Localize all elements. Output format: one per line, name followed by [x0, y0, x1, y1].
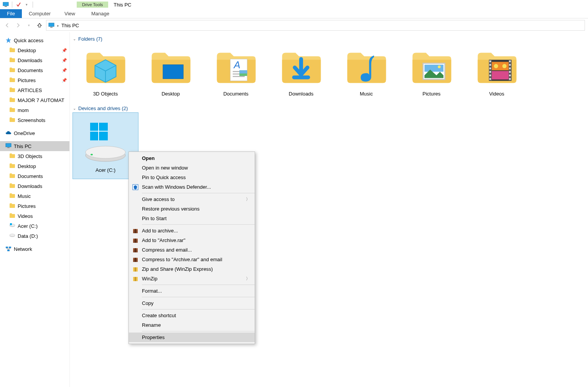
- sidebar-item-label: Desktop: [18, 163, 36, 169]
- winzip-icon: [132, 266, 139, 273]
- sidebar-label: Network: [14, 246, 32, 252]
- sidebar-this-pc[interactable]: This PC: [0, 141, 69, 151]
- svg-rect-63: [135, 239, 136, 243]
- context-menu-item[interactable]: Add to archive...: [129, 226, 255, 235]
- folder-icon: [9, 183, 15, 189]
- context-menu-item-label: Scan with Windows Defender...: [142, 184, 211, 190]
- context-menu-item[interactable]: Compress and email...: [129, 245, 255, 255]
- folder-label: Pictures: [423, 91, 441, 97]
- context-menu-item-label: Add to "Archive.rar": [142, 237, 185, 243]
- ribbon-tabs: File Computer View Manage: [0, 9, 588, 18]
- context-menu-item[interactable]: Copy: [129, 298, 255, 308]
- folder-tile[interactable]: Pictures: [399, 43, 464, 105]
- sidebar-network[interactable]: Network: [0, 244, 69, 254]
- sidebar-item[interactable]: Pictures: [0, 201, 69, 211]
- group-header-label: Folders (7): [78, 36, 102, 42]
- qat-dropdown-icon[interactable]: ▾: [23, 1, 30, 8]
- sidebar-item[interactable]: Music: [0, 191, 69, 201]
- forward-button[interactable]: [14, 21, 22, 30]
- breadcrumb-box[interactable]: ▸ This PC: [46, 20, 585, 31]
- folder-tile[interactable]: 3D Objects: [73, 43, 138, 105]
- tab-view[interactable]: View: [58, 9, 82, 18]
- sidebar-item[interactable]: Documents📌: [0, 65, 69, 75]
- svg-rect-28: [489, 60, 492, 81]
- sidebar-item[interactable]: Pictures📌: [0, 75, 69, 85]
- archive-icon: [132, 237, 139, 244]
- sidebar-item[interactable]: Downloads: [0, 181, 69, 191]
- sidebar-item[interactable]: Screenshots: [0, 115, 69, 125]
- svg-rect-25: [425, 65, 444, 72]
- svg-rect-66: [135, 248, 136, 252]
- context-menu-item-label: Pin to Quick access: [142, 175, 186, 180]
- context-menu-item[interactable]: WinZip〉: [129, 274, 255, 283]
- contextual-tab-group: Drive Tools This PC: [77, 0, 137, 9]
- sidebar-item[interactable]: 3D Objects: [0, 151, 69, 161]
- sidebar-onedrive[interactable]: OneDrive: [0, 128, 69, 138]
- sidebar-item[interactable]: mom: [0, 105, 69, 115]
- sidebar-item[interactable]: Documents: [0, 171, 69, 181]
- tab-computer[interactable]: Computer: [22, 9, 58, 18]
- properties-qat-icon[interactable]: [15, 1, 22, 8]
- group-header-folders[interactable]: ⌄ Folders (7): [73, 36, 585, 42]
- folder-tile[interactable]: ADocuments: [203, 43, 268, 105]
- sidebar-item[interactable]: Desktop📌: [0, 45, 69, 55]
- star-icon: [5, 37, 12, 43]
- svg-rect-50: [90, 132, 98, 140]
- svg-rect-13: [7, 250, 10, 251]
- sidebar-item[interactable]: Acer (C:): [0, 221, 69, 231]
- svg-point-10: [10, 234, 15, 236]
- svg-point-32: [494, 64, 498, 68]
- file-tab[interactable]: File: [0, 9, 22, 18]
- context-menu-item-label: WinZip: [142, 276, 157, 282]
- sidebar-quick-access[interactable]: Quick access: [0, 35, 69, 45]
- context-menu-item[interactable]: Restore previous versions: [129, 204, 255, 214]
- folder-icon: [277, 46, 326, 89]
- context-menu-item[interactable]: Create shortcut: [129, 311, 255, 320]
- context-menu-item[interactable]: Add to "Archive.rar": [129, 235, 255, 245]
- context-menu-item[interactable]: Pin to Quick access: [129, 173, 255, 182]
- sidebar-item[interactable]: ARTICLES: [0, 85, 69, 95]
- group-header-drives[interactable]: ⌄ Devices and drives (2): [73, 105, 585, 111]
- chevron-right-icon[interactable]: ▸: [56, 23, 60, 28]
- context-menu-item[interactable]: Give access to〉: [129, 194, 255, 204]
- breadcrumb-this-pc[interactable]: This PC: [61, 23, 79, 28]
- sidebar-item[interactable]: Data (D:): [0, 231, 69, 241]
- sidebar-item[interactable]: MAJOR 7 AUTOMAT: [0, 95, 69, 105]
- folder-label: Downloads: [289, 91, 313, 97]
- sidebar-item[interactable]: Videos: [0, 211, 69, 221]
- sidebar-item[interactable]: Downloads📌: [0, 55, 69, 65]
- folder-icon: [342, 46, 391, 89]
- tab-manage[interactable]: Manage: [84, 9, 116, 18]
- folder-tile[interactable]: Desktop: [138, 43, 203, 105]
- sidebar-item-label: Downloads: [18, 58, 42, 63]
- context-menu-separator: [142, 193, 255, 193]
- folder-tile[interactable]: Videos: [464, 43, 529, 105]
- context-menu-item-label: Rename: [142, 322, 161, 328]
- svg-rect-49: [99, 123, 108, 131]
- back-button[interactable]: [3, 21, 12, 30]
- context-menu-item[interactable]: Format...: [129, 286, 255, 296]
- context-menu-item[interactable]: Compress to "Archive.rar" and email: [129, 255, 255, 264]
- address-bar: ▾ ▸ This PC: [0, 18, 588, 32]
- folder-tile[interactable]: Downloads: [268, 43, 334, 105]
- sidebar-item-label: Documents: [18, 68, 43, 73]
- pin-icon: 📌: [62, 78, 67, 83]
- context-menu-item[interactable]: Scan with Windows Defender...: [129, 182, 255, 192]
- this-pc-icon[interactable]: [2, 1, 9, 8]
- context-menu-item[interactable]: Pin to Start: [129, 214, 255, 223]
- folder-icon: [407, 46, 456, 89]
- context-menu-item[interactable]: Open in new window: [129, 163, 255, 173]
- sidebar-item[interactable]: Desktop: [0, 161, 69, 171]
- svg-rect-48: [90, 123, 98, 131]
- up-button[interactable]: [35, 21, 44, 30]
- sidebar-item-label: Screenshots: [18, 117, 45, 123]
- context-menu-item[interactable]: Open: [129, 153, 255, 163]
- svg-rect-39: [489, 78, 491, 80]
- context-menu-item[interactable]: Properties: [129, 333, 255, 342]
- defender-icon: [132, 184, 139, 191]
- svg-rect-0: [3, 2, 8, 6]
- folder-tile[interactable]: Music: [334, 43, 399, 105]
- context-menu-item[interactable]: Zip and Share (WinZip Express): [129, 264, 255, 274]
- context-menu-item[interactable]: Rename: [129, 320, 255, 330]
- recent-locations-dropdown[interactable]: ▾: [25, 21, 33, 30]
